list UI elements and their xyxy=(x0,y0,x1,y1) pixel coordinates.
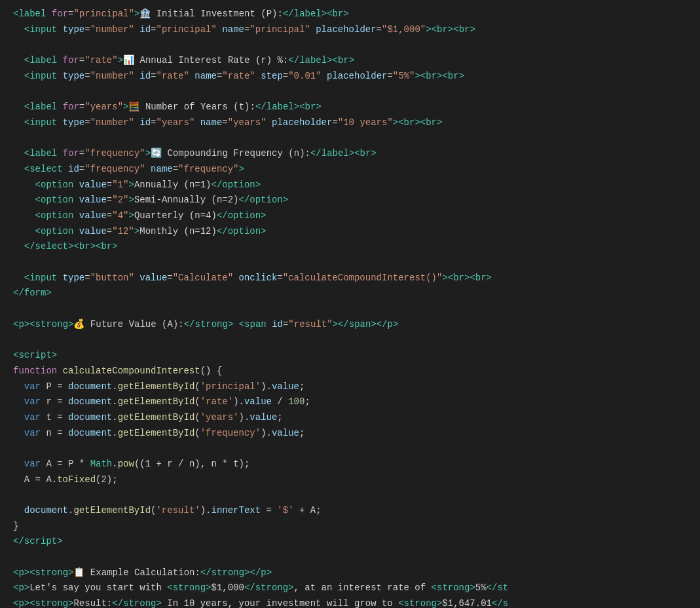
code-line-empty xyxy=(0,37,700,53)
code-line: <option value="12">Monthly (n=12)</optio… xyxy=(0,224,700,240)
code-line: <p><strong>📋 Example Calculation:</stron… xyxy=(0,565,700,581)
tag-open: <label xyxy=(13,9,46,19)
code-line: <label for="years">🧮 Number of Years (t)… xyxy=(0,100,700,115)
attr-for: for xyxy=(52,9,68,19)
code-line: <label for="rate">📊 Annual Interest Rate… xyxy=(0,53,700,69)
code-line: <p><strong>💰 Future Value (A):</strong> … xyxy=(0,317,700,333)
code-line: <p>Let's say you start with <strong>$1,0… xyxy=(0,580,700,596)
attr-value-principal: "principal" xyxy=(73,9,134,19)
code-line: <select id="frequency" name="frequency"> xyxy=(0,162,700,178)
code-line: </select><br><br> xyxy=(0,239,700,255)
code-line-empty xyxy=(0,255,700,271)
code-line: <p><strong>Result:</strong> In 10 years,… xyxy=(0,596,700,608)
code-line: <script> xyxy=(0,348,700,364)
code-line: <label for="principal">🏦 Initial Investm… xyxy=(0,7,700,22)
code-line: A = A.toFixed(2); xyxy=(0,472,700,488)
code-line-function-def: function calculateCompoundInterest() { xyxy=(0,364,700,379)
code-line-empty xyxy=(0,131,700,147)
code-line: </form> xyxy=(0,286,700,301)
code-line: <option value="4">Quarterly (n=4)</optio… xyxy=(0,208,700,224)
code-line: <input type="button" value="Calculate" o… xyxy=(0,271,700,286)
code-line-empty xyxy=(0,487,700,503)
code-line: <option value="1">Annually (n=1)</option… xyxy=(0,178,700,193)
code-line: <label for="frequency">🔄 Compounding Fre… xyxy=(0,146,700,162)
code-line: var n = document.getElementById('frequen… xyxy=(0,426,700,442)
code-line: } xyxy=(0,519,700,535)
code-line: </script> xyxy=(0,534,700,550)
code-line: <option value="2">Semi-Annually (n=2)</o… xyxy=(0,193,700,208)
code-line-empty xyxy=(0,301,700,317)
code-line: var P = document.getElementById('princip… xyxy=(0,379,700,395)
code-line-empty xyxy=(0,550,700,565)
code-line: <input type="number" id="years" name="ye… xyxy=(0,115,700,131)
code-line: var r = document.getElementById('rate').… xyxy=(0,394,700,410)
code-line: <input type="number" id="principal" name… xyxy=(0,22,700,38)
code-line-empty xyxy=(0,84,700,100)
code-line: var A = P * Math.pow((1 + r / n), n * t)… xyxy=(0,457,700,472)
code-line-empty xyxy=(0,332,700,348)
code-editor: <label for="principal">🏦 Initial Investm… xyxy=(0,0,700,608)
code-line: var t = document.getElementById('years')… xyxy=(0,410,700,426)
code-line: document.getElementById('result').innerT… xyxy=(0,503,700,519)
code-line: <input type="number" id="rate" name="rat… xyxy=(0,69,700,85)
code-line-empty xyxy=(0,441,700,457)
